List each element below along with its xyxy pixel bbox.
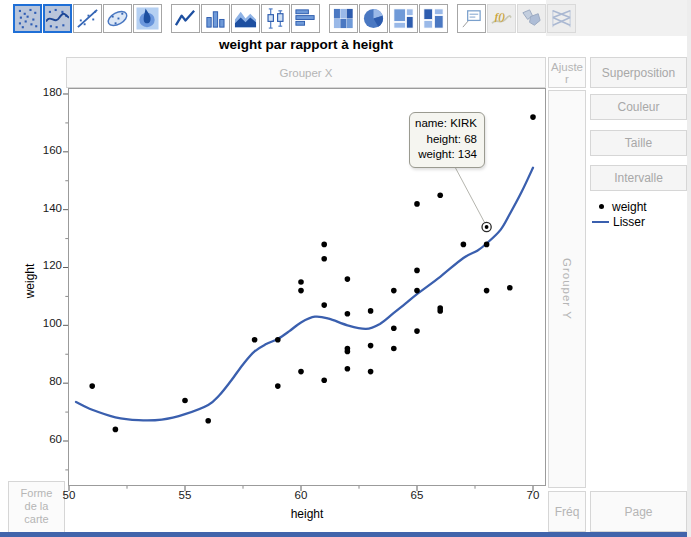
smoother-icon[interactable] (43, 4, 72, 33)
drop-zone-superposition[interactable]: Superposition (590, 57, 687, 88)
chart-type-toolbar: f() (13, 4, 577, 33)
legend-item-weight[interactable]: weight (592, 199, 647, 214)
heatmap-icon[interactable] (329, 4, 358, 33)
line-chart-icon[interactable] (171, 4, 200, 33)
data-point[interactable] (414, 268, 420, 274)
data-point[interactable] (368, 343, 374, 349)
graph-title: weight par rapport à height (66, 37, 546, 52)
treemap-icon[interactable] (389, 4, 418, 33)
drop-zone-intervalle-label: Intervalle (614, 171, 663, 185)
drop-zone-page[interactable]: Page (590, 491, 687, 532)
data-point[interactable] (368, 369, 374, 375)
data-point[interactable] (298, 279, 304, 285)
data-point[interactable] (205, 418, 211, 424)
x-tick-label[interactable]: 55 (170, 489, 200, 501)
x-axis-title[interactable]: height (257, 507, 357, 521)
pie-chart-icon[interactable] (359, 4, 388, 33)
data-point[interactable] (345, 276, 351, 282)
drop-zone-ajuster-label: Ajuster (551, 61, 583, 85)
area-chart-icon[interactable] (231, 4, 260, 33)
data-point[interactable] (275, 337, 281, 343)
caption-box-icon[interactable] (457, 4, 486, 33)
box-plot-icon[interactable] (261, 4, 290, 33)
data-point[interactable] (89, 383, 95, 389)
scatter-icon[interactable] (13, 4, 42, 33)
data-point[interactable] (345, 366, 351, 372)
data-point[interactable] (437, 192, 443, 198)
drop-zone-page-label: Page (624, 505, 652, 519)
drop-zone-group-x[interactable]: Grouper X (66, 57, 546, 88)
line-of-fit-icon[interactable] (73, 4, 102, 33)
data-point[interactable] (461, 242, 467, 248)
drop-zone-freq[interactable]: Fréq (548, 491, 586, 532)
histogram-icon[interactable] (291, 4, 320, 33)
drop-zone-group-y[interactable]: Grouper Y (548, 90, 586, 488)
drop-zone-couleur-label: Couleur (617, 100, 659, 114)
y-tick-label[interactable]: 80 (30, 375, 62, 387)
legend-label-lisser: Lisser (613, 215, 645, 229)
highlighted-point[interactable] (485, 225, 489, 229)
data-point[interactable] (391, 346, 397, 352)
ellipse-icon[interactable] (103, 4, 132, 33)
y-tick-label[interactable]: 160 (30, 144, 62, 156)
data-point[interactable] (530, 114, 536, 120)
hover-tooltip: name: KIRK height: 68 weight: 134 (409, 112, 485, 168)
x-tick-label[interactable]: 65 (402, 489, 432, 501)
y-tick-label[interactable]: 100 (30, 317, 62, 329)
data-point[interactable] (391, 288, 397, 294)
window-bottom-edge (0, 532, 691, 537)
bar-chart-icon[interactable] (201, 4, 230, 33)
data-point[interactable] (414, 328, 420, 334)
weight-point-marker (599, 204, 604, 209)
data-point[interactable] (345, 311, 351, 317)
contour-icon[interactable] (133, 4, 162, 33)
data-point[interactable] (275, 383, 281, 389)
svg-text:f(): f() (495, 11, 506, 23)
data-point[interactable] (182, 398, 188, 404)
data-point[interactable] (345, 346, 351, 352)
data-point[interactable] (484, 288, 490, 294)
legend-label-weight: weight (612, 200, 647, 214)
data-point[interactable] (321, 242, 327, 248)
drop-zone-ajuster[interactable]: Ajuster (548, 57, 586, 88)
data-point[interactable] (113, 427, 119, 433)
drop-zone-intervalle[interactable]: Intervalle (590, 165, 687, 191)
data-point[interactable] (391, 325, 397, 331)
mosaic-icon[interactable] (419, 4, 448, 33)
y-tick-label[interactable]: 60 (30, 433, 62, 445)
legend-item-lisser[interactable]: Lisser (592, 214, 647, 229)
drop-zone-freq-label: Fréq (555, 505, 580, 519)
x-tick-label[interactable]: 70 (518, 489, 548, 501)
data-point[interactable] (368, 308, 374, 314)
y-tick-label[interactable]: 180 (30, 86, 62, 98)
y-tick-label[interactable]: 120 (30, 259, 62, 271)
data-point[interactable] (321, 302, 327, 308)
data-point[interactable] (298, 288, 304, 294)
data-point[interactable] (414, 201, 420, 207)
parallel-plot-icon (547, 4, 576, 33)
map-shapes-icon (517, 4, 546, 33)
window-right-edge (687, 0, 691, 537)
y-tick-label[interactable]: 140 (30, 202, 62, 214)
tooltip-line-weight: weight: 134 (413, 147, 477, 163)
graph-builder-window: f() weight par rapport à height Grouper … (0, 0, 691, 537)
data-point[interactable] (414, 288, 420, 294)
data-point[interactable] (321, 378, 327, 384)
data-point[interactable] (507, 285, 513, 291)
formula-icon: f() (487, 4, 516, 33)
x-tick-label[interactable]: 60 (286, 489, 316, 501)
y-axis-title[interactable]: weight (23, 231, 37, 331)
legend: weight Lisser (592, 199, 647, 229)
drop-zone-couleur[interactable]: Couleur (590, 94, 687, 120)
data-point[interactable] (252, 337, 258, 343)
x-tick-label[interactable]: 50 (54, 489, 84, 501)
data-point[interactable] (298, 369, 304, 375)
drop-zone-taille[interactable]: Taille (590, 130, 687, 156)
drop-zone-taille-label: Taille (625, 136, 652, 150)
smoother-line-marker (592, 221, 609, 223)
data-point[interactable] (321, 256, 327, 262)
data-point[interactable] (437, 305, 443, 311)
drop-zone-group-y-label: Grouper Y (561, 258, 573, 320)
tooltip-line-name: name: KIRK (413, 116, 477, 132)
data-point[interactable] (484, 242, 490, 248)
